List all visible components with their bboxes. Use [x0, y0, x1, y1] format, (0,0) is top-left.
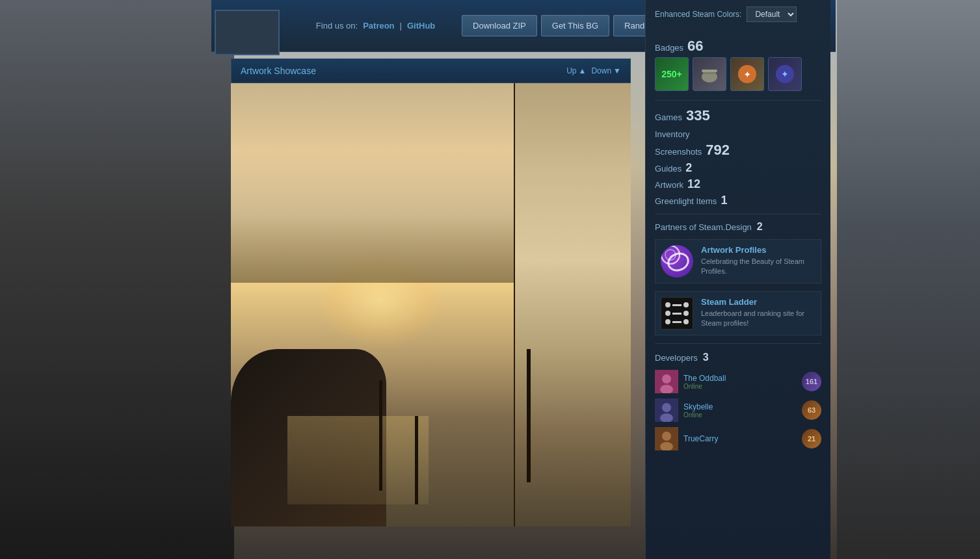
steam-ladder-info: Steam Ladder Leaderboard and ranking sit…	[701, 297, 815, 329]
down-arrow-icon: ▼	[613, 66, 621, 75]
showcase-title: Artwork Showcase	[241, 66, 316, 76]
profile-avatar	[215, 10, 280, 55]
svg-point-13	[662, 403, 671, 412]
dev-name-2: Skybelle	[683, 402, 797, 411]
sl-circle-4	[683, 311, 689, 316]
guides-label: Guides	[655, 164, 682, 174]
games-label: Games	[655, 112, 682, 122]
enhanced-steam-row: Enhanced Steam Colors: Default	[655, 6, 821, 29]
badges-label: Badges	[655, 43, 683, 53]
sl-circle-2	[683, 302, 689, 307]
dev-avatar-2	[655, 398, 678, 422]
svg-text:✦: ✦	[744, 70, 750, 79]
steam-ladder-desc: Leaderboard and ranking site for Steam p…	[701, 309, 815, 329]
sl-row-2	[665, 311, 689, 316]
developers-count: 3	[703, 352, 709, 363]
partners-label: Partners of Steam.Design	[655, 222, 752, 232]
badges-icons-row: 250+ ✦ ✦	[655, 57, 821, 91]
games-row: Games 335	[655, 107, 821, 124]
screenshots-count: 792	[706, 142, 730, 159]
badge-pot[interactable]	[693, 57, 726, 91]
sl-circle-3	[665, 311, 670, 316]
post-center	[415, 416, 418, 504]
dev-name-1: The Oddball	[683, 374, 797, 383]
dev-status-1: Online	[683, 383, 797, 390]
github-link[interactable]: GitHub	[407, 21, 435, 31]
badge-star[interactable]: ✦	[768, 57, 802, 91]
badges-row-header: Badges 66	[655, 38, 821, 55]
screenshots-row: Screenshots 792	[655, 142, 821, 159]
greenlight-count: 1	[721, 194, 727, 207]
guides-count: 2	[685, 161, 692, 175]
developers-label: Developers	[655, 353, 698, 363]
partner-artwork-profiles[interactable]: Artwork Profiles Celebrating the Beauty …	[655, 239, 821, 283]
up-arrow-icon: ▲	[579, 66, 587, 75]
svg-point-10	[662, 374, 671, 384]
showcase-down-button[interactable]: Down ▼	[591, 66, 621, 75]
download-zip-button[interactable]: Download ZIP	[462, 15, 537, 36]
svg-point-7	[661, 246, 680, 264]
bg-left-overlay	[0, 0, 234, 559]
badges-section: Badges 66 250+ ✦ ✦	[655, 38, 821, 91]
water-reflection	[287, 416, 429, 504]
badge-250[interactable]: 250+	[655, 57, 689, 91]
find-us-label: Find us on:	[316, 21, 358, 31]
sl-circle-1	[665, 302, 670, 307]
divider-2	[655, 214, 821, 214]
sl-row-1	[665, 302, 689, 307]
developer-row-1[interactable]: The Oddball Online 161	[655, 370, 821, 393]
dev-status-2: Online	[683, 411, 797, 419]
screenshots-label: Screenshots	[655, 147, 702, 157]
dev-info-3: TrueCarry	[683, 434, 797, 443]
svg-rect-2	[702, 70, 717, 72]
sl-line-1	[672, 304, 682, 306]
dev-avatar-3	[655, 427, 678, 450]
inventory-row: Inventory	[655, 129, 821, 139]
post-right	[527, 349, 531, 482]
badges-count: 66	[687, 38, 703, 55]
steam-ladder-logo	[661, 297, 693, 330]
get-this-bg-button[interactable]: Get This BG	[541, 15, 609, 36]
find-us-area: Find us on: Patreon | GitHub	[316, 21, 435, 31]
partners-section: Partners of Steam.Design 2 Artwork Profi…	[655, 221, 821, 335]
artwork-profiles-desc: Celebrating the Beauty of Steam Profiles…	[701, 257, 815, 277]
games-count: 335	[686, 107, 710, 124]
steam-ladder-name: Steam Ladder	[701, 297, 815, 307]
artwork-profiles-info: Artwork Profiles Celebrating the Beauty …	[701, 245, 815, 277]
svg-point-8	[663, 248, 678, 262]
showcase-header: Artwork Showcase Up ▲ Down ▼	[231, 58, 631, 83]
badge-craft[interactable]: ✦	[730, 57, 764, 91]
developer-row-2[interactable]: Skybelle Online 63	[655, 398, 821, 422]
divider-1	[655, 100, 821, 101]
developers-section: Developers 3 The Oddball Online 161	[655, 352, 821, 450]
developer-row-3[interactable]: TrueCarry 21	[655, 427, 821, 450]
divider-3	[655, 343, 821, 344]
showcase-main-image	[231, 83, 515, 526]
greenlight-row: Greenlight Items 1	[655, 194, 821, 207]
sl-circle-6	[683, 319, 689, 324]
showcase-image	[231, 83, 631, 526]
right-sidebar: Enhanced Steam Colors: Default Badges 66…	[645, 0, 830, 559]
artwork-count: 12	[687, 177, 700, 191]
showcase-up-button[interactable]: Up ▲	[566, 66, 586, 75]
bg-right-overlay	[837, 0, 980, 559]
dev-name-3: TrueCarry	[683, 434, 797, 443]
dev-avatar-1	[655, 370, 678, 393]
enhanced-steam-select[interactable]: Default	[747, 6, 797, 22]
svg-text:✦: ✦	[781, 69, 789, 79]
patreon-link[interactable]: Patreon	[363, 21, 394, 31]
dev-badge-3: 21	[802, 429, 821, 448]
sl-line-3	[672, 321, 682, 323]
svg-point-16	[662, 432, 671, 441]
partners-header: Partners of Steam.Design 2	[655, 221, 821, 233]
greenlight-label: Greenlight Items	[655, 196, 717, 206]
dev-info-1: The Oddball Online	[683, 374, 797, 390]
showcase-side-image	[515, 83, 631, 526]
link-divider: |	[400, 21, 402, 31]
artwork-label: Artwork	[655, 180, 683, 190]
inventory-label: Inventory	[655, 129, 689, 139]
dev-info-2: Skybelle Online	[683, 402, 797, 419]
guides-row: Guides 2	[655, 161, 821, 175]
artwork-profiles-logo	[661, 245, 693, 278]
partner-steam-ladder[interactable]: Steam Ladder Leaderboard and ranking sit…	[655, 291, 821, 335]
